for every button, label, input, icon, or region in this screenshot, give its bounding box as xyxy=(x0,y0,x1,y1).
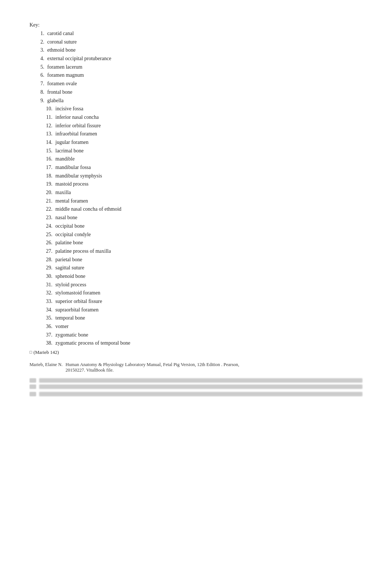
item-number: 1. xyxy=(37,30,47,38)
item-number: 36. xyxy=(37,323,55,331)
item-number: 12. xyxy=(37,122,55,130)
citation-publisher: . Pearson, xyxy=(221,362,239,367)
item-number: 26. xyxy=(37,239,55,247)
list-item: 9.glabella xyxy=(37,97,362,105)
list-item: 38.zygomatic process of temporal bone xyxy=(37,339,362,347)
item-text: inferior orbital fissure xyxy=(55,122,101,130)
list-item: 19.mastoid process xyxy=(37,180,362,188)
list-item: 12.inferior orbital fissure xyxy=(37,122,362,130)
item-number: 23. xyxy=(37,214,55,222)
list-item: 29.sagittal suture xyxy=(37,264,362,272)
list-item: 32.stylomastoid foramen xyxy=(37,289,362,297)
list-item: 25.occipital condyle xyxy=(37,231,362,239)
item-number: 11. xyxy=(37,113,55,121)
list-item: 20.maxilla xyxy=(37,189,362,197)
footnote-symbol: □ xyxy=(30,350,32,354)
list-item: 11.inferior nasal concha xyxy=(37,113,362,121)
list-item: 27.palatine process of maxilla xyxy=(37,247,362,255)
item-number: 5. xyxy=(37,63,47,71)
list-item: 31.styloid process xyxy=(37,281,362,289)
item-text: vomer xyxy=(55,323,69,331)
item-text: ethmoid bone xyxy=(47,46,76,54)
item-number: 21. xyxy=(37,197,55,205)
item-text: nasal bone xyxy=(55,214,77,222)
item-text: palatine bone xyxy=(55,239,83,247)
item-text: superior orbital fissure xyxy=(55,297,102,306)
item-number: 22. xyxy=(37,205,55,213)
list-item: 34.supraorbital foramen xyxy=(37,306,362,314)
item-number: 13. xyxy=(37,130,55,138)
item-number: 2. xyxy=(37,38,47,46)
item-text: frontal bone xyxy=(47,88,72,96)
item-text: mandibular symphysis xyxy=(55,172,102,180)
item-text: occipital condyle xyxy=(55,231,91,239)
item-number: 4. xyxy=(37,55,47,63)
item-number: 18. xyxy=(37,172,55,180)
list-item: 23.nasal bone xyxy=(37,214,362,222)
item-text: external occipital protuberance xyxy=(47,55,111,63)
item-text: supraorbital foramen xyxy=(55,306,99,314)
item-text: glabella xyxy=(47,97,63,105)
item-text: parietal bone xyxy=(55,256,82,264)
item-text: foramen ovale xyxy=(47,80,77,88)
footnote: □ (Marieb 142) xyxy=(30,349,362,355)
item-number: 38. xyxy=(37,339,55,347)
list-item: 18.mandibular symphysis xyxy=(37,172,362,180)
list-item: 13.infraorbital foramen xyxy=(37,130,362,138)
item-number: 25. xyxy=(37,231,55,239)
item-number: 31. xyxy=(37,281,55,289)
list-item: 24.occipital bone xyxy=(37,222,362,230)
item-number: 3. xyxy=(37,46,47,54)
list-item: 16.mandible xyxy=(37,155,362,163)
item-number: 17. xyxy=(37,163,55,172)
list-item: 35.temporal bone xyxy=(37,314,362,322)
list-item: 28.parietal bone xyxy=(37,256,362,264)
item-text: mandibular fossa xyxy=(55,163,91,172)
list-item: 3.ethmoid bone xyxy=(37,46,362,54)
citation-author: Marieb, Elaine N. xyxy=(30,362,63,373)
list-item: 22.middle nasal concha of ethmoid xyxy=(37,205,362,213)
item-text: foramen lacerum xyxy=(47,63,82,71)
item-text: zygomatic process of temporal bone xyxy=(55,339,130,347)
item-number: 30. xyxy=(37,272,55,280)
item-text: inferior nasal concha xyxy=(55,113,99,121)
key-list-short: 1.carotid canal2.coronal suture3.ethmoid… xyxy=(37,30,362,104)
item-text: mental foramen xyxy=(55,197,88,205)
item-text: palatine process of maxilla xyxy=(55,247,111,255)
item-number: 32. xyxy=(37,289,55,297)
item-number: 9. xyxy=(37,97,47,105)
item-number: 37. xyxy=(37,331,55,339)
item-text: infraorbital foramen xyxy=(55,130,97,138)
item-text: zygomatic bone xyxy=(55,331,88,339)
list-item: 7.foramen ovale xyxy=(37,80,362,88)
item-number: 27. xyxy=(37,247,55,255)
list-item: 5.foramen lacerum xyxy=(37,63,362,71)
key-list-long: 10.incisive fossa11.inferior nasal conch… xyxy=(37,105,362,347)
item-text: mandible xyxy=(55,155,75,163)
citation-text: Human Anatomy & Physiology Laboratory Ma… xyxy=(66,362,362,373)
item-text: mastoid process xyxy=(55,180,89,188)
item-text: maxilla xyxy=(55,189,71,197)
item-number: 6. xyxy=(37,71,47,79)
item-text: lacrimal bone xyxy=(55,147,84,155)
blurred-section xyxy=(30,378,362,396)
item-text: middle nasal concha of ethmoid xyxy=(55,205,121,213)
list-item: 37.zygomatic bone xyxy=(37,331,362,339)
item-text: temporal bone xyxy=(55,314,85,322)
item-number: 35. xyxy=(37,314,55,322)
item-number: 28. xyxy=(37,256,55,264)
item-number: 20. xyxy=(37,189,55,197)
item-number: 8. xyxy=(37,88,47,96)
list-item: 17.mandibular fossa xyxy=(37,163,362,172)
list-item: 33.superior orbital fissure xyxy=(37,297,362,306)
item-number: 29. xyxy=(37,264,55,272)
list-item: 26.palatine bone xyxy=(37,239,362,247)
list-item: 36.vomer xyxy=(37,323,362,331)
list-item: 6.foramen magnum xyxy=(37,71,362,79)
item-number: 19. xyxy=(37,180,55,188)
list-item: 2.coronal suture xyxy=(37,38,362,46)
list-item: 10.incisive fossa xyxy=(37,105,362,113)
item-text: coronal suture xyxy=(47,38,77,46)
citation-block: Marieb, Elaine N. Human Anatomy & Physio… xyxy=(30,362,362,373)
list-item: 21.mental foramen xyxy=(37,197,362,205)
